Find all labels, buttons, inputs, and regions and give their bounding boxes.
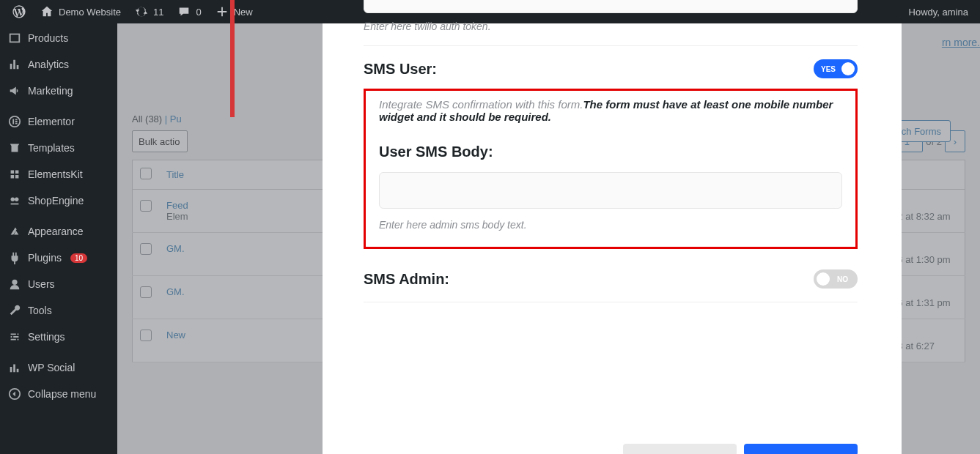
comments[interactable]: 0: [171, 0, 207, 23]
sms-admin-toggle[interactable]: NO: [814, 269, 858, 289]
comment-icon: [177, 4, 191, 19]
menu-item-products[interactable]: Products: [0, 25, 117, 51]
elementor-icon: [7, 114, 22, 129]
menu-item-collapse-menu[interactable]: Collapse menu: [0, 381, 117, 407]
admin-menu: ProductsAnalyticsMarketingElementorTempl…: [0, 23, 117, 454]
se-icon: [7, 193, 22, 208]
auth-token-hint: Enter here twilio auth token.: [364, 21, 858, 32]
menu-label: Settings: [28, 331, 65, 343]
user-sms-body-label: User SMS Body:: [379, 144, 842, 160]
toggle-no-label: NO: [837, 275, 848, 283]
sms-user-toggle[interactable]: YES: [814, 59, 858, 78]
menu-label: Appearance: [28, 226, 84, 237]
analytics-icon: [7, 57, 22, 72]
howdy[interactable]: Howdy, amina: [903, 0, 974, 23]
settings-modal: Enter here twilio auth token. SMS User: …: [323, 23, 902, 454]
marketing-icon: [7, 83, 22, 98]
product-icon: [7, 31, 22, 45]
site-name-label: Demo Website: [59, 7, 121, 18]
highlight-callout: Integrate SMS confirmation with this for…: [364, 89, 858, 249]
menu-item-templates[interactable]: Templates: [0, 135, 117, 161]
user-sms-body-input[interactable]: [379, 172, 842, 209]
comments-count: 0: [196, 7, 201, 18]
menu-label: Users: [28, 278, 55, 290]
user-sms-body-hint: Enter here admin sms body text.: [379, 219, 842, 231]
updates-count: 11: [153, 7, 163, 18]
menu-label: Marketing: [28, 85, 73, 97]
menu-label: ShopEngine: [28, 195, 84, 206]
site-name[interactable]: Demo Website: [34, 0, 127, 23]
home-icon: [40, 4, 54, 19]
plugins-icon: [7, 250, 22, 265]
new-label: New: [234, 7, 253, 18]
menu-label: Tools: [28, 305, 52, 316]
ek-icon: [7, 167, 22, 182]
modal-cancel-button[interactable]: [623, 444, 737, 454]
menu-label: WP Social: [28, 362, 75, 373]
menu-item-appearance[interactable]: Appearance: [0, 218, 117, 245]
menu-item-elementskit[interactable]: ElementsKit: [0, 161, 117, 187]
appearance-icon: [7, 224, 22, 239]
wp-logo[interactable]: [6, 0, 32, 23]
badge: 10: [70, 253, 87, 263]
menu-label: Analytics: [28, 59, 69, 70]
modal-save-button[interactable]: [744, 444, 858, 454]
menu-label: Plugins: [28, 252, 62, 264]
templates-icon: [7, 141, 22, 155]
plus-icon: [215, 4, 229, 19]
menu-item-wp-social[interactable]: WP Social: [0, 354, 117, 381]
update-icon: [134, 4, 149, 19]
users-icon: [7, 277, 22, 291]
svg-point-3: [15, 198, 18, 201]
menu-item-settings[interactable]: Settings: [0, 324, 117, 350]
wordpress-icon: [12, 4, 26, 19]
menu-item-marketing[interactable]: Marketing: [0, 78, 117, 104]
sms-user-description: Integrate SMS confirmation with this for…: [379, 98, 842, 123]
howdy-label: Howdy, amina: [909, 7, 968, 18]
updates[interactable]: 11: [128, 0, 169, 23]
wpsocial-icon: [7, 360, 22, 375]
menu-label: Elementor: [28, 116, 75, 127]
menu-item-users[interactable]: Users: [0, 271, 117, 297]
toggle-yes-label: YES: [821, 65, 836, 73]
svg-rect-0: [10, 34, 20, 42]
menu-label: ElementsKit: [28, 168, 83, 180]
svg-point-2: [11, 198, 15, 201]
settings-icon: [7, 330, 22, 344]
sms-admin-label: SMS Admin:: [364, 271, 449, 288]
sms-user-label: SMS User:: [364, 61, 437, 78]
menu-label: Collapse menu: [28, 388, 96, 400]
menu-item-analytics[interactable]: Analytics: [0, 51, 117, 78]
svg-point-4: [12, 280, 17, 285]
menu-item-tools[interactable]: Tools: [0, 297, 117, 324]
tools-icon: [7, 303, 22, 318]
menu-item-plugins[interactable]: Plugins10: [0, 245, 117, 271]
modal-overlay: Enter here twilio auth token. SMS User: …: [117, 23, 980, 454]
menu-label: Templates: [28, 142, 75, 154]
modal-accent-bar: [230, 0, 235, 117]
auth-token-input[interactable]: [364, 0, 858, 13]
svg-point-1: [10, 116, 20, 127]
collapse-icon: [7, 387, 22, 401]
menu-label: Products: [28, 32, 68, 44]
menu-item-shopengine[interactable]: ShopEngine: [0, 187, 117, 214]
menu-item-elementor[interactable]: Elementor: [0, 108, 117, 135]
